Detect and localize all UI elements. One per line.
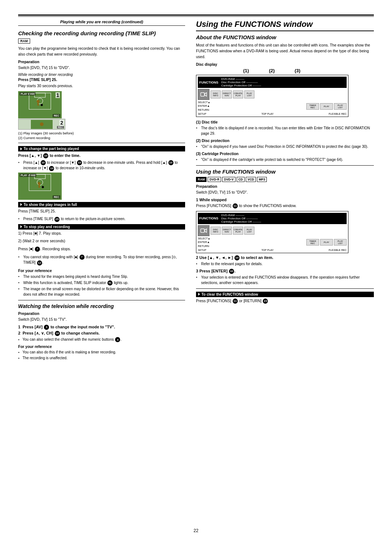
- reference-label-2: For your reference: [18, 344, 185, 349]
- disc-top-bar: FUNCTIONS DVD-RAM ——— Disc Protection Of…: [198, 77, 347, 88]
- disc-title-section: (1) Disc title The disc's title is displ…: [196, 120, 374, 136]
- show-images-bullet: Press [TIME SLIP] 25 to return to the pi…: [18, 216, 185, 222]
- show-images-header: To show the play images in full: [18, 202, 185, 207]
- badge-dvd-v: DVD-V: [222, 177, 235, 182]
- section-about-functions: About the FUNCTIONS window Most of the f…: [196, 34, 374, 162]
- stop-step1: 1) Press [■] 7. Play stops.: [18, 231, 185, 236]
- change-part-header: To change the part being played: [18, 146, 185, 151]
- disc-display-container: Disc display (1) (2) (3) FUNCTIONS DVD-R…: [196, 62, 374, 117]
- select-label: SELECT▲: [198, 101, 210, 104]
- select-label-2: SELECT▲: [198, 237, 210, 240]
- cartridge-label: (3) Cartridge Protection: [196, 151, 374, 156]
- preparation-label-1: Preparation: [18, 60, 185, 64]
- reference-label-1: For your reference: [18, 268, 185, 273]
- svg-point-13: [38, 182, 41, 185]
- disc-right-info: DVD-RAM ——— Disc Protection Off ———— Car…: [221, 77, 346, 87]
- disc-icon-cam-2: [198, 225, 209, 236]
- disc-right-info-2: DVD-RAM ——— Disc Protection Off ———— Car…: [221, 214, 346, 223]
- tv-step1: 1 Press [AV] 3 to change the input mode …: [18, 325, 185, 330]
- preparation-text-2: Switch [DVD, TV] 15 to "TV".: [18, 317, 185, 323]
- stop-step2b: Press [■] 7. Recording stops.: [18, 246, 185, 252]
- page-header-italic: Playing while you are recording (continu…: [18, 20, 185, 26]
- about-functions-title: About the FUNCTIONS window: [196, 34, 374, 40]
- step1-label: 1 While stopped: [196, 198, 374, 202]
- ram-badge: RAM: [18, 39, 30, 44]
- svg-rect-16: [200, 91, 207, 98]
- disc-protection-label: (2) Disc protection: [196, 138, 374, 143]
- setup-label-2: SETUP: [198, 249, 206, 251]
- flexible-rec-label: FLEXIBLE REC: [329, 113, 347, 115]
- return-label: RETURN: [198, 108, 210, 112]
- tv-ref-1: The recording is unaffected.: [18, 356, 185, 361]
- show-images-text: Press [TIME SLIP] 25.: [18, 208, 185, 214]
- clear-functions-section: To clear the FUNCTIONS window Press [FUN…: [196, 292, 374, 304]
- cartridge-section: (3) Cartridge Protection "On" is display…: [196, 151, 374, 162]
- section-using-functions: Using the FUNCTIONS window RAM DVD-R DVD…: [196, 169, 374, 304]
- disc-icon-timer-2: TIMERREC: [306, 239, 319, 246]
- setup-label: SETUP: [198, 113, 206, 115]
- step3-label: 3 Press [ENTER] 10.: [196, 269, 374, 274]
- section-watching-tv: Watching the television while recording …: [18, 303, 185, 361]
- dvd-ram-label: DVD-RAM ———: [221, 77, 346, 81]
- step1-press: Press [FUNCTIONS] 11 to show the FUNCTIO…: [196, 203, 374, 209]
- section-time-slip: Checking the recording during recording …: [18, 30, 185, 140]
- soccer-field-image-2: PLAY -5 min REC: [18, 173, 62, 200]
- section-stop: To stop play and recording 1) Press [■] …: [18, 224, 185, 266]
- preparation-label-2: Preparation: [18, 311, 185, 316]
- badge-vcd: VCD: [246, 177, 256, 182]
- functions-display2: FUNCTIONS DVD-RAM ——— Disc Protection Of…: [196, 211, 348, 253]
- tv-ref-0: You can also do this if the unit is maki…: [18, 350, 185, 355]
- disc-title-label: (1) Disc title: [196, 120, 374, 124]
- using-functions-title: Using the FUNCTIONS window: [196, 169, 374, 175]
- ref-bullet-1-0: The sound for the images being played is…: [18, 274, 185, 279]
- disc-icon-cam: [198, 89, 209, 100]
- svg-rect-5: [37, 103, 39, 106]
- step3-bullet: Your selection is entered and the FUNCTI…: [196, 275, 374, 285]
- disc-icon-play: PLAY: [320, 103, 333, 110]
- page-container: Playing while you are recording (continu…: [0, 0, 392, 555]
- section-change-part: To change the part being played Press [▲…: [18, 146, 185, 200]
- stop-bullet: You cannot stop recording with [■] 7 dur…: [18, 254, 185, 266]
- top-play-label-2: TOP PLAY: [261, 249, 273, 251]
- return-label-2: RETURN: [198, 244, 210, 248]
- disc-bottom-row-2: SELECT▲ ENTER▲ RETURN TIMERREC PLAY PLAY…: [198, 237, 347, 248]
- clear-functions-header: To clear the FUNCTIONS window: [196, 292, 374, 297]
- press-time-slip: Press [TIME SLIP] 25.: [18, 77, 185, 82]
- functions-label: FUNCTIONS: [199, 81, 219, 84]
- disc-display-label: Disc display: [196, 62, 374, 66]
- functions-top-bar-2: FUNCTIONS DVD-RAM ——— Disc Protection Of…: [198, 213, 347, 224]
- disc-icon-playlist: PLAYLIST: [334, 103, 347, 110]
- cartridge-protection-text: Cartridge Protection Off ———: [221, 84, 346, 87]
- disc-icon-navigator: DIRECTNAV: [222, 90, 232, 98]
- disc-bottom-right: TIMERREC PLAY PLAYLIST: [211, 103, 347, 110]
- disc-icon-info: DISCINFO: [211, 90, 221, 98]
- disc-num-1: (1): [243, 68, 249, 73]
- top-play-label: TOP PLAY: [261, 113, 273, 115]
- disc-bottom-left-2: SELECT▲ ENTER▲ RETURN: [198, 237, 210, 248]
- tv-step2-bullet: You can also select the channel with the…: [18, 337, 185, 342]
- disc-icon-create-2: CREATEPLAY: [233, 227, 243, 235]
- badge-mp3: MP3: [257, 177, 267, 182]
- disc-title-text: The disc's title is displayed if one is …: [196, 125, 374, 136]
- disc-display-box: FUNCTIONS DVD-RAM ——— Disc Protection Of…: [196, 75, 348, 117]
- badge-ram: RAM: [196, 177, 207, 182]
- disc-icon-list: PLAYLIST: [244, 90, 254, 98]
- reference-section-1: For your reference The sound for the ima…: [18, 268, 185, 297]
- select-enter: SELECT▲: [198, 101, 210, 104]
- format-badges: RAM DVD-R DVD-V CD VCD MP3: [196, 177, 374, 182]
- disc-icon-list-2: PLAYLIST: [244, 227, 254, 235]
- step2-bullet: Refer to the relevant pages for details.: [196, 261, 374, 267]
- triangle-icon-3: [20, 225, 22, 228]
- triangle-icon-clear: [198, 293, 200, 296]
- svg-point-8: [40, 122, 44, 126]
- right-column: Using the FUNCTIONS window About the FUN…: [196, 20, 374, 521]
- change-part-press: Press [▲, ▼] 10 to enter the time.: [18, 153, 185, 159]
- disc-icon-info-2: DISCINFO: [211, 227, 221, 235]
- enter-label: ENTER▲: [198, 104, 210, 108]
- page-number: 22: [18, 528, 374, 533]
- preparation-label-3: Preparation: [196, 184, 374, 189]
- disc-icon-play-2: PLAY: [320, 239, 333, 246]
- cartridge-protection-text-2: Cartridge Protection Off ———: [221, 220, 346, 223]
- main-title: Using the FUNCTIONS window: [196, 20, 374, 31]
- disc-icon-timer: TIMERREC: [306, 103, 319, 110]
